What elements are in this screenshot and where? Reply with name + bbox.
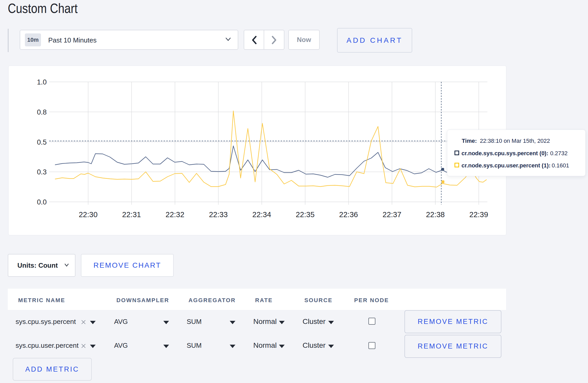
svg-text:22:33: 22:33 [209,210,228,219]
svg-text:22:34: 22:34 [252,210,271,219]
svg-text:22:38: 22:38 [426,210,445,219]
svg-text:22:35: 22:35 [296,210,315,219]
svg-text:22:36: 22:36 [339,210,358,219]
svg-text:1.0: 1.0 [37,78,47,86]
svg-text:0.5: 0.5 [37,138,47,146]
svg-text:0.0: 0.0 [37,198,47,206]
svg-text:0.3: 0.3 [37,168,47,176]
svg-text:22:31: 22:31 [122,210,141,219]
svg-text:22:32: 22:32 [166,210,185,219]
svg-text:22:37: 22:37 [383,210,402,219]
svg-text:22:39: 22:39 [469,210,488,219]
svg-text:22:30: 22:30 [79,210,98,219]
svg-text:0.8: 0.8 [37,108,47,116]
